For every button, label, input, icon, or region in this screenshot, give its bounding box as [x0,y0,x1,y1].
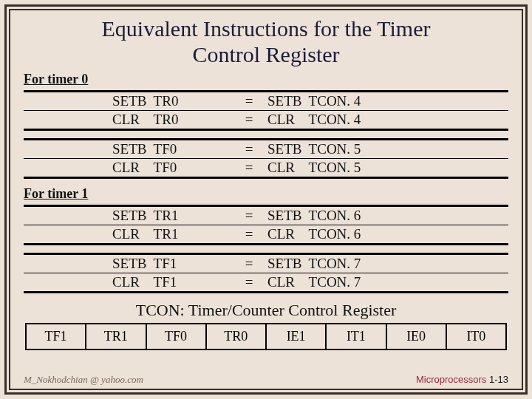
section-label-timer1: For timer 1 [24,186,508,202]
equals-sign: = [231,226,267,242]
instruction-row: CLR TF1 = CLR TCON. 7 [24,273,508,291]
register-caption: TCON: Timer/Counter Control Register [24,301,508,320]
footer-course: Microprocessors 1-13 [416,374,508,386]
reg-bit: TF1 [27,324,86,349]
reg-bit: IT0 [447,324,505,349]
instr-left: SETB TR1 [112,208,231,224]
title-line-1: Equivalent Instructions for the Timer [102,16,431,41]
instr-left: CLR TF1 [112,274,231,290]
instruction-row: SETB TF0 = SETB TCON. 5 [24,140,508,158]
instr-right: SETB TCON. 7 [267,256,508,272]
instruction-block: SETB TR0 = SETB TCON. 4 CLR TR0 = CLR TC… [24,90,508,131]
reg-bit: IE0 [387,324,447,349]
instruction-row: CLR TF0 = CLR TCON. 5 [24,159,508,177]
tcon-register-table: TF1 TR1 TF0 TR0 IE1 IT1 IE0 IT0 [25,323,507,350]
instr-right: CLR TCON. 4 [267,112,508,128]
equals-sign: = [231,274,267,290]
slide-title: Equivalent Instructions for the Timer Co… [24,16,508,67]
footer-page: 1-13 [489,374,508,385]
instruction-row: SETB TF1 = SETB TCON. 7 [24,255,508,273]
reg-bit: IE1 [267,324,327,349]
slide-footer: M_Nokhodchian @ yahoo.com Microprocessor… [24,374,508,386]
instr-right: CLR TCON. 5 [267,160,508,176]
instr-left: CLR TF0 [112,160,231,176]
reg-bit: TR1 [86,324,146,349]
instr-left: SETB TF1 [112,256,231,272]
instr-left: SETB TF0 [112,141,231,157]
equals-sign: = [231,93,267,109]
reg-bit: TR0 [207,324,267,349]
instruction-block: SETB TF0 = SETB TCON. 5 CLR TF0 = CLR TC… [24,138,508,179]
equals-sign: = [231,160,267,176]
instruction-row: SETB TR1 = SETB TCON. 6 [24,207,508,225]
reg-bit: IT1 [327,324,386,349]
footer-course-text: Microprocessors [416,374,489,385]
instr-right: SETB TCON. 5 [267,141,508,157]
instruction-block: SETB TF1 = SETB TCON. 7 CLR TF1 = CLR TC… [24,253,508,293]
footer-email: M_Nokhodchian @ yahoo.com [24,374,143,386]
equals-sign: = [231,112,267,128]
instruction-row: CLR TR1 = CLR TCON. 6 [24,225,508,243]
instr-right: SETB TCON. 6 [267,208,508,224]
instruction-block: SETB TR1 = SETB TCON. 6 CLR TR1 = CLR TC… [24,205,508,245]
instr-right: SETB TCON. 4 [267,93,508,109]
instr-left: SETB TR0 [112,93,231,109]
instruction-row: SETB TR0 = SETB TCON. 4 [24,92,508,110]
instr-right: CLR TCON. 6 [267,226,508,242]
equals-sign: = [231,256,267,272]
title-line-2: Control Register [192,42,339,66]
reg-bit: TF0 [147,324,207,349]
equals-sign: = [231,208,267,224]
instr-right: CLR TCON. 7 [267,274,508,290]
instruction-row: CLR TR0 = CLR TCON. 4 [24,111,508,129]
instr-left: CLR TR1 [112,226,231,242]
equals-sign: = [231,141,267,157]
section-label-timer0: For timer 0 [24,72,508,87]
instr-left: CLR TR0 [112,112,231,128]
